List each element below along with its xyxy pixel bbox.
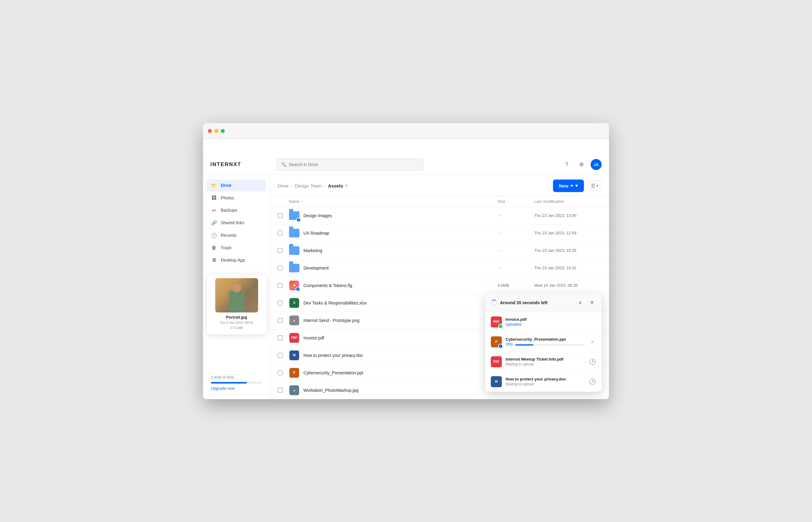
minimize-button[interactable] [214, 129, 218, 133]
sidebar-item-trash[interactable]: 🗑 Trash [207, 242, 266, 254]
file-name: UX Roadmap [304, 231, 329, 236]
file-size: — [498, 248, 534, 253]
file-icon-cell: W How to protect your privacy.doc [289, 350, 498, 361]
upload-file-info: Internxt Meetup Ticket Info.pdf Waiting … [505, 357, 585, 366]
fullscreen-button[interactable] [221, 129, 225, 133]
upload-close-button[interactable]: ✕ [587, 298, 596, 307]
upload-file-name: Cybersecurity_Presentation.ppt [505, 337, 585, 342]
upload-pdf2-icon: PDF [491, 356, 502, 367]
sidebar-label-desktop: Desktop App [221, 258, 245, 263]
waiting-clock-icon: 🕐 [589, 358, 596, 365]
view-toggle-chevron: ▾ [597, 184, 598, 188]
file-icon-cell: ✦ 🔗 Components & Tokens.fig [289, 280, 498, 291]
sidebar-label-drive: Drive [221, 183, 231, 188]
new-button-icon: + [570, 183, 574, 189]
upload-doc-icon: W [491, 376, 502, 387]
row-checkbox[interactable] [278, 301, 283, 305]
folder-icon [289, 245, 300, 256]
file-date: Thu 23 Jan 2023, 12:59 [534, 231, 602, 235]
new-button[interactable]: New + ▾ [553, 180, 584, 192]
table-row[interactable]: 🔗 Design Images — Thu 23 Jan 2023, 13:00 [270, 207, 609, 224]
sidebar-item-backups[interactable]: ↩ Backups [207, 204, 266, 216]
upload-header: Around 20 seconds left ∨ ✕ [485, 294, 602, 312]
preview-size: 17.5 MB [210, 325, 263, 331]
file-name: Design Images [304, 213, 332, 218]
view-toggle-button[interactable]: ☰ ▾ [587, 181, 602, 191]
row-checkbox[interactable] [278, 388, 283, 393]
table-row[interactable]: ✦ 🔗 Components & Tokens.fig 4.8MB Wed 14… [270, 277, 609, 295]
table-row[interactable]: Marketing — Thu 23 Jan 2023, 10:35 [270, 242, 609, 259]
img-icon: ▲ [289, 385, 300, 396]
row-checkbox[interactable] [278, 353, 283, 358]
storage-bar [211, 382, 262, 384]
upload-file-name: Internxt Meetup Ticket Info.pdf [505, 357, 585, 361]
sidebar-item-photos[interactable]: 🖼 Photos [207, 192, 266, 204]
folder-icon [289, 263, 300, 274]
file-icon-cell: X Dev Tasks & Responsibilities.xlsx [289, 298, 498, 308]
figma-icon: ✦ 🔗 [289, 280, 300, 291]
upload-file-info: Cybersecurity_Presentation.ppt 26% [505, 337, 585, 346]
recents-icon: 🕐 [211, 233, 217, 238]
sidebar: 📁 Drive 🖼 Photos ↩ Backups 🔗 Shared link… [203, 175, 270, 399]
row-checkbox[interactable] [278, 336, 283, 340]
sidebar-label-photos: Photos [221, 196, 234, 200]
upload-ppt-icon: P ↑ [491, 336, 502, 347]
upload-pdf-icon: PDF ✓ [491, 317, 502, 327]
row-checkbox[interactable] [278, 318, 283, 323]
table-row[interactable]: Development — Thu 23 Jan 2023, 10:32 [270, 259, 609, 277]
row-checkbox[interactable] [278, 283, 283, 288]
row-checkbox[interactable] [278, 213, 283, 218]
storage-bar-fill [211, 382, 247, 384]
file-date: Wed 14 Jan 2023, 08:35 [534, 283, 602, 288]
breadcrumb-sep-2: › [324, 183, 326, 188]
view-toggle-icon: ☰ [591, 183, 595, 189]
trash-icon: 🗑 [211, 245, 217, 250]
progress-bar-fill [515, 344, 533, 345]
upgrade-link[interactable]: Upgrade now [211, 386, 262, 390]
upload-collapse-button[interactable]: ∨ [576, 298, 584, 307]
col-size-header: Size [498, 199, 534, 204]
row-checkbox[interactable] [278, 248, 283, 253]
new-button-label: New [559, 183, 568, 188]
ppt-icon: P [289, 367, 300, 378]
upload-file-name: Invoice.pdf [505, 317, 596, 322]
file-icon-cell: ▲ Internxt Send - Prototype.png [289, 315, 498, 326]
uploaded-check-badge: ✓ [498, 324, 503, 329]
upload-item: PDF ✓ Invoice.pdf Uploaded [485, 312, 602, 332]
upload-file-name: How to protect your privacy.doc [505, 377, 585, 381]
file-size: 4.8MB [498, 283, 534, 288]
upload-status-uploaded: Uploaded [505, 322, 596, 326]
sidebar-label-backups: Backups [221, 208, 237, 213]
file-icon-cell: PDF Invoice.pdf [289, 333, 498, 343]
folder-icon: 🔗 [289, 210, 300, 221]
file-icon-cell: 🔗 Design Images [289, 210, 498, 221]
settings-button[interactable]: ⚙ [576, 159, 587, 170]
file-name: Dev Tasks & Responsibilities.xlsx [304, 301, 367, 305]
upload-item-cancel-button[interactable]: ✕ [589, 338, 596, 345]
search-bar[interactable]: 🔍 [276, 158, 423, 170]
progress-bar-bg [515, 344, 585, 345]
breadcrumb-design-team[interactable]: Design Team [295, 183, 321, 188]
close-button[interactable] [208, 129, 212, 133]
row-checkbox[interactable] [278, 370, 283, 375]
sidebar-item-shared-links[interactable]: 🔗 Shared links [207, 217, 266, 229]
file-preview-card: Portrait.jpg Tue 9 Jan 2023, 09:41 17.5 … [207, 275, 266, 335]
sidebar-item-desktop-app[interactable]: 🖥 Desktop App [207, 254, 266, 266]
sidebar-item-recents[interactable]: 🕐 Recents [207, 229, 266, 241]
upload-spinner [491, 300, 497, 306]
file-icon-cell: Marketing [289, 245, 498, 256]
file-name: Components & Tokens.fig [304, 283, 352, 288]
sidebar-item-drive[interactable]: 📁 Drive [207, 180, 266, 192]
figma-shared-badge: 🔗 [295, 287, 300, 292]
table-row[interactable]: UX Roadmap — Thu 23 Jan 2023, 12:59 [270, 224, 609, 242]
breadcrumb-chevron[interactable]: ▾ [346, 183, 348, 188]
help-button[interactable]: ? [561, 159, 572, 170]
sidebar-label-shared-links: Shared links [221, 220, 244, 225]
breadcrumb-drive[interactable]: Drive [278, 183, 288, 188]
row-checkbox[interactable] [278, 231, 283, 236]
search-input[interactable] [289, 162, 419, 167]
avatar[interactable]: JA [591, 159, 602, 170]
titlebar [203, 123, 609, 139]
col-name-header[interactable]: Name ↑ [289, 199, 498, 204]
row-checkbox[interactable] [278, 266, 283, 270]
